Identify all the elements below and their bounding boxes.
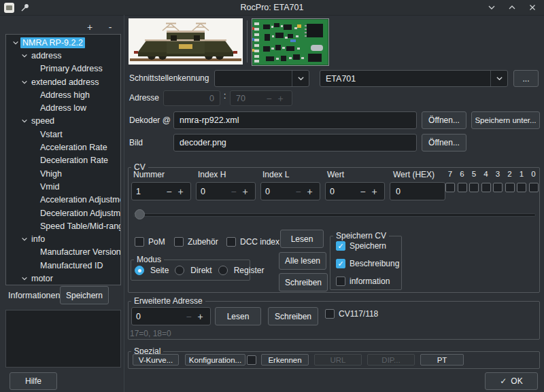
bit-checkbox[interactable] [458, 183, 467, 192]
tree-item[interactable]: Deceleration Adjustment [6, 207, 120, 219]
tree-item[interactable]: Primary Address [6, 63, 120, 75]
cv-spinner[interactable]: 0−+ [325, 182, 385, 200]
bit-checkbox[interactable] [517, 183, 526, 192]
spinner-increment[interactable]: + [239, 186, 251, 197]
hilfe-button[interactable]: Hilfe [10, 372, 57, 390]
speichern-cv-option: ✓Beschreibung [336, 259, 399, 268]
spezial-vkurve-button[interactable]: V-Kurve... [133, 354, 179, 366]
tree-item[interactable]: Manufactured ID [6, 259, 120, 272]
tree-item[interactable]: Address high [6, 88, 120, 101]
modus-radio-register[interactable] [218, 266, 228, 275]
cv117-118-checkbox[interactable] [325, 309, 335, 319]
spinner-decrement[interactable]: − [228, 186, 239, 197]
wert-hex-input[interactable] [390, 182, 445, 200]
tree-item[interactable]: NMRA RP-9.2.2 [6, 36, 120, 49]
bild-oeffnen-button[interactable]: Öffnen... [422, 134, 466, 152]
tree-item-label: Manufactured ID [38, 260, 105, 271]
cv-schreiben-button[interactable]: Schreiben [279, 273, 328, 291]
cv-alle-lesen-button[interactable]: Alle lesen [279, 252, 326, 270]
spinner-decrement[interactable]: − [163, 186, 175, 197]
zubehör-checkbox[interactable] [174, 237, 184, 247]
spinner-increment[interactable]: + [304, 186, 316, 197]
bild-file-input[interactable] [173, 134, 417, 152]
radio-label: Direkt [190, 266, 211, 275]
spinner-decrement[interactable]: − [292, 186, 304, 197]
tree-collapse-button[interactable]: - [103, 21, 117, 33]
adresse-bis-value: 70 [236, 94, 263, 103]
spinner-increment[interactable]: + [175, 186, 186, 197]
information-checkbox[interactable] [336, 277, 345, 286]
chevron-down-icon[interactable] [19, 79, 29, 86]
informationen-textarea[interactable] [5, 310, 121, 368]
cv-lesen-button[interactable]: Lesen [280, 230, 324, 248]
konfiguration-checkbox[interactable] [247, 355, 256, 365]
spinner-value: 0 [201, 187, 228, 196]
more-button[interactable]: ... [513, 70, 539, 87]
spezial-konfiguration-button[interactable]: Konfiguration... [185, 354, 245, 366]
tree-item[interactable]: Address low [6, 101, 120, 114]
pom-checkbox[interactable] [135, 237, 144, 247]
spezial-pt-button[interactable]: PT [420, 354, 464, 366]
chevron-down-icon[interactable] [19, 236, 29, 243]
speichern-checkbox[interactable]: ✓ [336, 241, 345, 251]
cv-option-row: PoM [135, 237, 165, 247]
tree-item[interactable]: Acceleration Rate [6, 141, 120, 154]
spinner-increment[interactable]: + [369, 186, 380, 197]
cv-spinner[interactable]: 0−+ [196, 182, 256, 200]
tree-item[interactable]: Deceleration Rate [6, 154, 120, 167]
bit-labels: 76543210 [445, 170, 539, 178]
decoder-name-combobox[interactable]: ETA701 [320, 70, 508, 87]
modus-radio-direkt[interactable] [175, 266, 184, 275]
erweiterte-adresse-spinner[interactable]: 0 − + [131, 307, 211, 325]
erweiterte-schreiben-button[interactable]: Schreiben [268, 307, 318, 325]
speichern-cv-option: information [336, 277, 390, 286]
tree-item[interactable]: Speed Table/Mid-range [6, 219, 120, 232]
interface-combobox[interactable] [214, 70, 309, 87]
bit-checkbox[interactable] [481, 183, 491, 192]
tree-item[interactable]: Manufacturer Version [6, 246, 120, 259]
spinner-decrement[interactable]: − [357, 186, 369, 197]
dekoder-oeffnen-button[interactable]: Öffnen... [422, 111, 466, 129]
spinner-increment[interactable]: + [194, 311, 206, 322]
bit-checkbox[interactable] [529, 183, 539, 192]
schnittstellenkennung-label: Schnittstellenkennung [129, 73, 209, 83]
dekoder-file-input[interactable] [173, 111, 417, 129]
cv-slider-handle[interactable] [135, 209, 145, 219]
bit-checkbox[interactable] [445, 183, 455, 192]
tree-item[interactable]: Acceleration Adjustment [6, 194, 120, 207]
chevron-down-icon[interactable] [19, 275, 29, 282]
speichern-unter-button[interactable]: Speichern unter... [471, 111, 540, 129]
bit-checkbox[interactable] [505, 183, 515, 192]
modus-radio-seite[interactable] [135, 266, 144, 275]
close-icon[interactable] [528, 3, 537, 12]
tree-item[interactable]: address [6, 49, 120, 62]
chevron-down-icon[interactable] [19, 118, 29, 124]
tree-item[interactable]: Vstart [6, 128, 120, 141]
modus-radios: SeiteDirektRegister [135, 266, 264, 275]
pin-icon[interactable] [20, 3, 29, 12]
cv-slider-track[interactable] [133, 213, 536, 217]
chevron-down-icon[interactable] [19, 52, 29, 59]
tree-item[interactable]: motor [6, 272, 120, 285]
dcc-index-checkbox[interactable] [226, 237, 236, 247]
beschreibung-checkbox[interactable]: ✓ [336, 259, 345, 268]
spezial-erkennen-button[interactable]: Erkennen [261, 354, 309, 366]
tree-item[interactable]: speed [6, 115, 120, 128]
tree-item[interactable]: extended address [6, 75, 120, 88]
info-speichern-button[interactable]: Speichern [60, 286, 109, 304]
erweiterte-lesen-button[interactable]: Lesen [215, 307, 261, 325]
tree-item[interactable]: Vmid [6, 180, 120, 193]
tree-item[interactable]: info [6, 232, 120, 245]
panel-splitter[interactable] [124, 15, 124, 392]
cv-spinner[interactable]: 0−+ [260, 182, 320, 200]
bit-checkbox[interactable] [493, 183, 503, 192]
tree-expand-button[interactable]: + [83, 21, 97, 33]
bit-checkbox[interactable] [469, 183, 479, 192]
ok-button[interactable]: ✓ OK [485, 372, 538, 390]
tree-item[interactable]: Vhigh [6, 167, 120, 180]
spinner-decrement[interactable]: − [183, 311, 194, 322]
maximize-icon[interactable] [507, 3, 517, 12]
cv-spinner[interactable]: 1−+ [131, 182, 191, 200]
minimize-icon[interactable] [487, 3, 496, 12]
chevron-down-icon[interactable] [10, 39, 20, 46]
